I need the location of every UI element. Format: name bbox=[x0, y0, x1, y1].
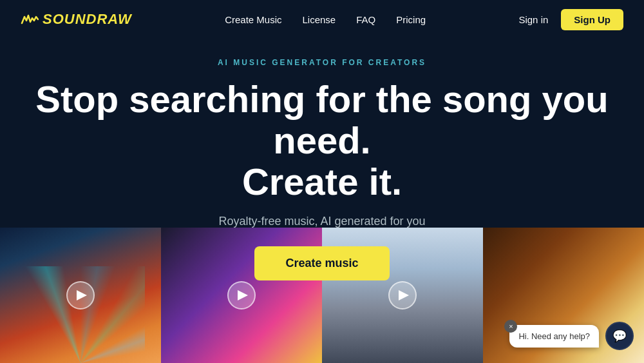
chat-bubble-text: Hi. Need any help? bbox=[509, 325, 599, 348]
nav-link-create-music[interactable]: Create Music bbox=[225, 14, 281, 25]
sign-up-button[interactable]: Sign Up bbox=[561, 9, 623, 30]
chat-close-button[interactable]: × bbox=[504, 320, 517, 333]
logo-wave-icon bbox=[21, 12, 39, 27]
navbar: SOUNDRAW Create Music License FAQ Pricin… bbox=[0, 0, 644, 39]
nav-links: Create Music License FAQ Pricing bbox=[225, 14, 426, 25]
create-music-button[interactable]: Create music bbox=[254, 246, 389, 280]
close-icon: × bbox=[509, 322, 513, 330]
hero-title-line2: Create it. bbox=[242, 161, 402, 202]
nav-link-faq[interactable]: FAQ bbox=[356, 14, 375, 25]
chat-icon-button[interactable]: 💬 bbox=[605, 322, 634, 350]
hero-description: Royalty-free music, AI generated for you bbox=[218, 215, 425, 228]
chat-widget: × Hi. Need any help? 💬 bbox=[509, 322, 634, 350]
logo-text: SOUNDRAW bbox=[43, 11, 132, 28]
chat-message-icon: 💬 bbox=[612, 329, 627, 343]
nav-link-license[interactable]: License bbox=[303, 14, 336, 25]
logo[interactable]: SOUNDRAW bbox=[21, 11, 132, 28]
nav-link-pricing[interactable]: Pricing bbox=[396, 14, 426, 25]
nav-actions: Sign in Sign Up bbox=[518, 9, 623, 30]
hero-section: AI MUSIC GENERATOR FOR CREATORS Stop sea… bbox=[0, 39, 644, 300]
hero-title-line1: Stop searching for the song you need. bbox=[35, 78, 608, 161]
sign-in-button[interactable]: Sign in bbox=[518, 14, 548, 25]
hero-subtitle: AI MUSIC GENERATOR FOR CREATORS bbox=[218, 58, 426, 67]
chat-bubble-container: × Hi. Need any help? bbox=[509, 325, 599, 348]
hero-title: Stop searching for the song you need. Cr… bbox=[32, 79, 612, 202]
